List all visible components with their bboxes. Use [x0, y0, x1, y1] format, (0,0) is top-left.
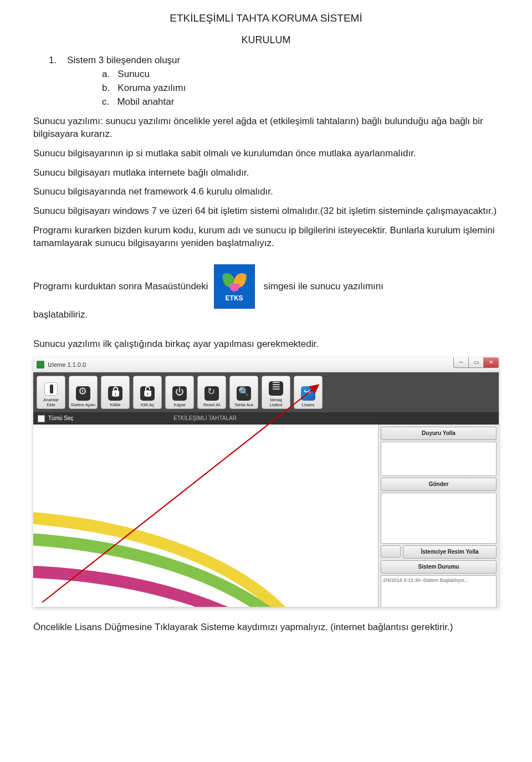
reset-at-button[interactable]: Reset At: [197, 376, 226, 409]
window-title: Izleme 1.1.0.0: [48, 361, 86, 369]
etks-desktop-icon: ETKS: [214, 264, 255, 309]
table-header-center: ETKİLEŞİMLİ TAHTALAR: [33, 415, 377, 422]
search-icon: [237, 386, 251, 401]
browse-button[interactable]: [381, 545, 401, 558]
kilitle-button[interactable]: Kilitle: [101, 376, 130, 409]
window-close-button[interactable]: ✕: [484, 357, 499, 368]
text-after-icon-line1: simgesi ile sunucu yazılımını: [264, 280, 383, 293]
window-titlebar: Izleme 1.1.0.0 ─ ▭ ✕: [33, 357, 499, 372]
sub-list-item: Mobil anahtar: [117, 96, 174, 107]
duyuru-textarea[interactable]: [381, 442, 497, 476]
etks-logo-icon: [222, 270, 247, 291]
toolbar: Anahtar Ekle Sistem Ayarı Kilitle Kilit …: [33, 372, 499, 413]
gear-icon: [76, 386, 90, 401]
list-item: Sistem 3 bileşenden oluşur: [67, 55, 180, 65]
app-icon: [37, 361, 44, 369]
lisans-button[interactable]: Lisans: [294, 376, 323, 409]
sub-list-item: Sunucu: [117, 69, 150, 79]
paragraph: Programı kurarken bizden kurum kodu, kur…: [33, 224, 499, 250]
anahtar-ekle-button[interactable]: Anahtar Ekle: [37, 376, 65, 409]
image-preview-box[interactable]: [381, 493, 497, 544]
duyuru-yolla-button[interactable]: Duyuru Yolla: [381, 427, 497, 440]
right-panel: Duyuru Yolla Gönder İstemciye Resim Yoll…: [378, 425, 499, 607]
window-maximize-button[interactable]: ▭: [468, 357, 484, 368]
doc-title: ETKİLEŞİMLİ TAHTA KORUMA SİSTEMİ: [33, 11, 499, 25]
tahta-ara-button[interactable]: Tahta Ara: [229, 376, 258, 409]
paragraph: Sunucu bilgisayarı windows 7 ve üzeri 64…: [33, 205, 499, 218]
sistem-durumu-log: 2/4/2016 9:15:30–Sistem Başlatılıyor...: [381, 575, 497, 607]
paragraph: Sunucu bilgisayarında net framework 4.6 …: [33, 186, 499, 198]
paragraph: Sunucu yazılımı: sunucu yazılımı öncelik…: [33, 115, 499, 141]
usb-key-icon: [44, 382, 58, 396]
mesaj-listesi-button[interactable]: Mesaj Listesi: [262, 376, 290, 409]
window-minimize-button[interactable]: ─: [453, 357, 468, 368]
power-icon: [172, 386, 187, 401]
reset-icon: [204, 386, 219, 401]
istemciye-resim-yolla-button[interactable]: İstemciye Resim Yolla: [403, 545, 497, 559]
list-icon: [269, 381, 283, 396]
kilit-ac-button[interactable]: Kilit Aç: [133, 376, 162, 409]
paragraph: Sunucu bilgisayarının ip si mutlaka sabi…: [33, 147, 499, 160]
sub-list-item: Koruma yazılımı: [117, 83, 186, 93]
paragraph: Öncelikle Lisans Düğmesine Tıklayarak Si…: [33, 621, 499, 634]
text-after-icon-line2: başlatabiliriz.: [33, 309, 499, 321]
license-icon: [301, 386, 315, 401]
ordered-list-1: 1. Sistem 3 bileşenden oluşur a. Sunucu …: [49, 54, 499, 109]
background-swoosh: [33, 425, 377, 607]
sub-list-letter: a.: [102, 69, 110, 79]
paragraph: Sunucu yazılımı ilk çalıştığında birkaç …: [33, 338, 499, 351]
etks-icon-label: ETKS: [226, 294, 243, 303]
main-area: Duyuru Yolla Gönder İstemciye Resim Yoll…: [33, 425, 499, 607]
paragraph: Sunucu bilgisayarı mutlaka internete bağ…: [33, 167, 499, 180]
list-number: 1.: [49, 55, 57, 65]
doc-subtitle: KURULUM: [33, 33, 499, 47]
sub-list-letter: b.: [102, 83, 110, 93]
select-all-bar: Tümü Seç ETKİLEŞİMLİ TAHTALAR: [33, 413, 499, 425]
gonder-button[interactable]: Gönder: [381, 478, 497, 491]
app-window: Izleme 1.1.0.0 ─ ▭ ✕ Anahtar Ekle Sistem…: [33, 357, 499, 607]
icon-sentence-row: Programı kurduktan sonra Masaüstündeki E…: [33, 264, 499, 321]
lock-icon: [108, 386, 122, 401]
kapat-button[interactable]: Kapat: [165, 376, 194, 409]
sistem-ayari-button[interactable]: Sistem Ayarı: [69, 376, 98, 409]
unlock-icon: [140, 386, 155, 401]
text-before-icon: Programı kurduktan sonra Masaüstündeki: [33, 280, 208, 293]
ordered-list-2: a. Sunucu b. Koruma yazılımı c. Mobil an…: [102, 68, 499, 109]
sub-list-letter: c.: [102, 96, 109, 107]
sistem-durumu-header: Sistem Durumu: [381, 560, 497, 574]
